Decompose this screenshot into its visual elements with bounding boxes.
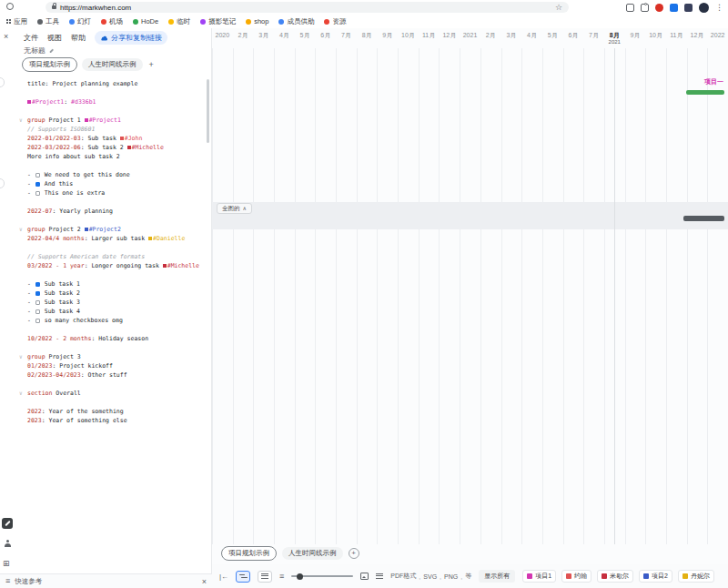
show-all-button[interactable]: 显示所有 [479, 570, 515, 583]
rename-pencil-icon[interactable] [49, 48, 54, 53]
checkbox-checked[interactable] [35, 291, 40, 296]
month-text: 3月 [506, 32, 516, 39]
share-button[interactable]: 分享和复制链接 [95, 31, 167, 45]
bookmark-item[interactable]: 资源 [324, 17, 346, 26]
code-editor[interactable]: title: Project planning example#Project1… [15, 76, 211, 573]
timeline-add-tab-button[interactable]: + [349, 548, 359, 559]
bookmark-item[interactable]: 工具 [37, 17, 59, 26]
code-text: // Supports American date formats [27, 253, 145, 260]
month-text: 12月 [691, 32, 704, 39]
profile-avatar[interactable] [699, 3, 709, 13]
quick-reference-bar: ≡ 快速参考 × [0, 573, 212, 588]
month-label: 8月 [357, 32, 378, 50]
editor-tabs: 项目规划示例人生时间线示例+ [22, 57, 156, 72]
export-option[interactable]: 等 [465, 572, 471, 581]
address-bar[interactable]: https://markwhen.com ☆ [46, 2, 569, 13]
doc-title[interactable]: 无标题 [24, 46, 46, 56]
legend-chip[interactable]: 约翰 [561, 570, 592, 583]
fold-chevron-icon[interactable]: ∨ [19, 352, 23, 361]
menu-file[interactable]: 文件 [24, 33, 38, 43]
user-icon[interactable] [4, 540, 11, 548]
timeline-view-button[interactable] [236, 571, 250, 583]
export-option[interactable]: PDF格式 [390, 572, 416, 581]
code-text: Sub task 3 [41, 299, 80, 306]
bookmark-item[interactable]: HoDe [133, 17, 158, 25]
legend-label: 米歇尔 [610, 572, 629, 581]
zoom-slider[interactable] [291, 571, 353, 582]
panel-handle-icon[interactable] [0, 77, 5, 87]
legend-chip[interactable]: 项目2 [639, 570, 672, 583]
bookmark-label: shop [254, 17, 268, 25]
bookmark-item[interactable]: 机场 [101, 17, 123, 26]
sidepanel-icon[interactable] [626, 4, 634, 12]
section-bar-dark[interactable] [683, 216, 724, 221]
checkbox-unchecked[interactable] [35, 309, 40, 314]
event-bar-green[interactable] [686, 90, 724, 95]
checkbox-checked[interactable] [35, 282, 40, 287]
editor-tab[interactable]: 人生时间线示例 [82, 58, 143, 71]
extension-icon-dark[interactable] [684, 4, 693, 12]
code-line: ∨group Project 1 #Project1 [27, 116, 209, 125]
edit-mode-button[interactable] [2, 518, 13, 529]
extension-icon-blue[interactable] [670, 4, 678, 12]
bookmark-favicon-icon [168, 19, 174, 25]
code-text: 2022 [27, 408, 42, 415]
month-text: 11月 [422, 32, 435, 39]
legend-chip[interactable]: 米歇尔 [597, 570, 633, 583]
timeline-grid[interactable]: 项目一 全图的 ∧ [212, 48, 728, 544]
bookmark-item[interactable]: 摄影笔记 [200, 17, 236, 26]
menu-view[interactable]: 视图 [47, 33, 62, 43]
checkbox-unchecked[interactable] [35, 191, 40, 196]
legend: 项目1约翰米歇尔项目2丹妮尔 [522, 570, 714, 583]
quick-reference-label[interactable]: 快速参考 [15, 577, 42, 586]
table-export-icon[interactable] [376, 573, 383, 579]
code-text: #Michelle [167, 262, 199, 269]
editor-tab[interactable]: 项目规划示例 [22, 57, 77, 72]
collapse-editor-icon[interactable]: |← [219, 573, 228, 581]
reload-icon[interactable] [6, 3, 14, 10]
bookmark-star-icon[interactable]: ☆ [555, 4, 562, 12]
bookmark-item[interactable]: 临时 [168, 17, 190, 26]
extensions-puzzle-icon[interactable] [641, 4, 649, 12]
slider-knob[interactable] [297, 573, 303, 580]
fold-chevron-icon[interactable]: ∨ [19, 389, 23, 398]
month-text: 8月 [362, 32, 372, 39]
code-line: - Sub task 2 [27, 289, 209, 298]
section-collapse-pill[interactable]: 全图的 ∧ [217, 203, 252, 214]
bookmark-item[interactable]: 成员供助 [278, 17, 314, 26]
legend-color-swatch [643, 573, 649, 579]
month-label: 4月 [274, 32, 295, 50]
list-icon: ≡ [5, 577, 10, 585]
checkbox-unchecked[interactable] [35, 319, 40, 323]
editor-scrollbar[interactable] [207, 79, 209, 143]
code-line [27, 243, 209, 252]
bookmark-item[interactable]: shop [246, 17, 268, 25]
export-option[interactable]: PNG [444, 573, 458, 580]
fold-chevron-icon[interactable]: ∨ [19, 225, 23, 234]
export-option[interactable]: SVG [423, 573, 437, 580]
hamburger-menu-icon[interactable]: ≡ [279, 573, 284, 581]
bookmark-item[interactable]: 应用 [6, 17, 27, 26]
list-view-button[interactable] [258, 571, 272, 583]
apps-grid-icon[interactable]: ⊞ [3, 559, 10, 568]
timeline-tab[interactable]: 项目规划示例 [221, 546, 277, 561]
checkbox-unchecked[interactable] [35, 173, 40, 177]
editor-add-tab-button[interactable]: + [147, 60, 156, 69]
checkbox-checked[interactable] [35, 182, 40, 187]
legend-chip[interactable]: 项目1 [522, 570, 556, 583]
quick-reference-close-icon[interactable]: × [202, 577, 207, 586]
panel-handle-icon[interactable] [0, 178, 5, 188]
close-panel-icon[interactable]: × [4, 32, 8, 41]
extension-icon-red[interactable] [655, 4, 663, 12]
legend-chip[interactable]: 丹妮尔 [678, 570, 714, 583]
code-line [27, 343, 209, 352]
checkbox-unchecked[interactable] [35, 300, 40, 305]
group-title[interactable]: 项目一 [704, 77, 723, 86]
fold-chevron-icon[interactable]: ∨ [19, 116, 23, 125]
menu-help[interactable]: 帮助 [71, 33, 86, 43]
timeline-panel[interactable]: 20202月3月4月5月6月7月8月9月10月11月12月20212月3月4月5… [212, 28, 728, 588]
browser-menu-icon[interactable]: ⋮ [715, 4, 723, 12]
timeline-tab[interactable]: 人生时间线示例 [282, 547, 343, 560]
bookmark-item[interactable]: 幻灯 [69, 17, 91, 26]
image-export-icon[interactable] [360, 573, 369, 580]
